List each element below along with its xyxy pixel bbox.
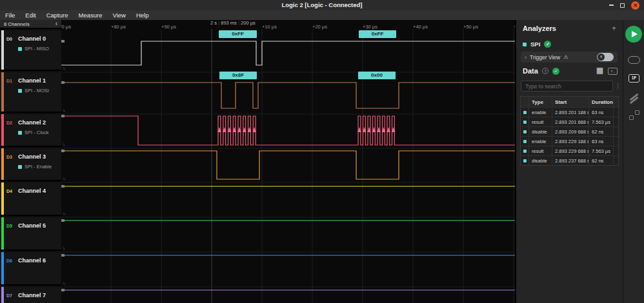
low-level-marker: L bbox=[63, 211, 65, 215]
low-level-marker: L bbox=[63, 108, 65, 112]
maximize-icon[interactable] bbox=[620, 3, 625, 8]
channel-row-1[interactable]: D1 Channel 1 SPI - MOSI bbox=[0, 72, 61, 113]
row-dot-icon bbox=[523, 121, 527, 124]
col-type[interactable]: Type bbox=[528, 97, 552, 107]
waveform-viewport[interactable]: 2 s : 893 ms : 200 µs +70 µs +80 µs +90 … bbox=[61, 20, 515, 303]
row-dot-icon bbox=[523, 150, 527, 153]
collapse-sidebar-icon[interactable]: ‹ bbox=[55, 21, 57, 27]
main-area: 8 Channels ‹ D0 Channel 0 SPI - MISO D1 … bbox=[0, 20, 644, 303]
menu-capture[interactable]: Capture bbox=[46, 12, 68, 19]
trace-start-marker bbox=[61, 289, 65, 291]
kebab-menu-icon[interactable]: ⋮ bbox=[615, 83, 621, 89]
trigger-view-row[interactable]: › Trigger View ⚠ ✕ bbox=[521, 52, 618, 63]
channel-id: D6 bbox=[6, 259, 12, 263]
table-view-icon[interactable]: ▦ bbox=[596, 66, 603, 74]
channel-role: SPI - MOSI bbox=[25, 88, 49, 93]
search-input[interactable] bbox=[521, 81, 613, 92]
device-icon[interactable] bbox=[628, 56, 640, 64]
extensions-icon[interactable] bbox=[629, 110, 639, 120]
row-dot-icon bbox=[523, 111, 527, 114]
menu-bar: File Edit Capture Measure View Help bbox=[0, 10, 644, 20]
analyzers-title: Analyzers bbox=[523, 24, 556, 32]
analyzer-ok-icon: ✓ bbox=[544, 41, 551, 48]
low-level-marker: L bbox=[63, 246, 65, 250]
table-row[interactable]: disable 2.893 209 688 s 62 ns bbox=[521, 126, 618, 136]
channel-sidebar: 8 Channels ‹ D0 Channel 0 SPI - MISO D1 … bbox=[0, 20, 61, 303]
channel-color-stripe bbox=[1, 30, 4, 70]
time-marker: 2 s : 893 ms : 200 µs bbox=[210, 20, 256, 26]
channel-name: Channel 7 bbox=[18, 292, 46, 298]
channel-name: Channel 3 bbox=[18, 153, 46, 160]
trigger-view-toggle[interactable]: ✕ bbox=[597, 53, 614, 61]
analyzers-panel: Analyzers + SPI ✓ › Trigger View ⚠ ✕ Dat… bbox=[516, 20, 623, 303]
channel-color-stripe bbox=[1, 182, 4, 215]
channel-role: SPI - Enable bbox=[25, 164, 52, 170]
waveform-ch0-miso bbox=[61, 41, 515, 65]
channel-color-stripe bbox=[1, 287, 4, 303]
channel-row-2[interactable]: D2 Channel 2 SPI - Clock bbox=[0, 114, 61, 147]
measure-icon[interactable] bbox=[629, 94, 639, 103]
channel-row-6[interactable]: D6 Channel 6 bbox=[0, 252, 61, 286]
table-row[interactable]: enable 2.893 201 188 s 63 ns bbox=[521, 107, 618, 117]
channel-name: Channel 5 bbox=[18, 222, 46, 229]
channel-row-3[interactable]: D3 Channel 3 SPI - Enable bbox=[0, 148, 61, 181]
channel-row-4[interactable]: D4 Channel 4 bbox=[0, 182, 61, 216]
table-row[interactable]: result 2.893 229 688 s 7.563 µs bbox=[521, 146, 618, 155]
analyzer-label: SPI bbox=[530, 41, 540, 48]
window-title: Logic 2 [Logic - Connected] bbox=[0, 1, 644, 8]
channel-color-stripe bbox=[1, 114, 4, 146]
menu-view[interactable]: View bbox=[112, 12, 125, 19]
menu-file[interactable]: File bbox=[5, 12, 15, 19]
row-dot-icon bbox=[523, 159, 527, 162]
title-bar: Logic 2 [Logic - Connected] ✕ bbox=[0, 0, 644, 10]
toggle-off-icon: ✕ bbox=[598, 54, 605, 61]
trace-start-marker bbox=[61, 40, 65, 43]
analyzer-dot-icon bbox=[18, 47, 22, 51]
channel-id: D2 bbox=[6, 121, 12, 125]
trace-start-marker bbox=[61, 219, 65, 222]
channel-row-7[interactable]: D7 Channel 7 bbox=[0, 287, 61, 303]
add-analyzer-icon[interactable]: + bbox=[612, 24, 616, 32]
waveform-canvas[interactable] bbox=[61, 29, 515, 303]
menu-edit[interactable]: Edit bbox=[25, 12, 35, 19]
col-start[interactable]: Start bbox=[552, 97, 589, 107]
channel-id: D0 bbox=[6, 37, 12, 41]
table-row[interactable]: disable 2.893 237 688 s 62 ns bbox=[521, 155, 618, 165]
spi-decode-bubble: 0x00 bbox=[358, 72, 396, 79]
table-row[interactable]: enable 2.893 229 188 s 63 ns bbox=[521, 136, 618, 146]
channel-row-5[interactable]: D5 Channel 5 bbox=[0, 217, 61, 251]
channel-id: D7 bbox=[6, 293, 12, 298]
warning-icon: ⚠ bbox=[563, 54, 568, 60]
capture-mode-icon[interactable]: 1F bbox=[629, 74, 639, 83]
close-icon[interactable]: ✕ bbox=[631, 1, 639, 10]
channel-role: SPI - MISO bbox=[25, 46, 49, 52]
low-level-marker: L bbox=[63, 281, 65, 285]
minimize-icon[interactable] bbox=[609, 5, 614, 6]
channel-id: D1 bbox=[6, 79, 12, 83]
channel-color-stripe bbox=[1, 148, 4, 180]
channel-id: D3 bbox=[6, 155, 12, 159]
waveform-ch1-mosi bbox=[61, 83, 515, 108]
channel-id: D5 bbox=[6, 224, 12, 228]
table-row[interactable]: result 2.893 201 688 s 7.563 µs bbox=[521, 117, 618, 126]
timeline-ruler[interactable]: 2 s : 893 ms : 200 µs +70 µs +80 µs +90 … bbox=[61, 20, 515, 29]
play-icon bbox=[632, 31, 638, 37]
channel-row-0[interactable]: D0 Channel 0 SPI - MISO bbox=[0, 30, 61, 71]
channel-name: Channel 6 bbox=[18, 257, 46, 264]
help-icon[interactable]: ? bbox=[542, 68, 548, 74]
analyzer-dot-icon bbox=[18, 165, 22, 169]
spi-decode-bubble: 0x8F bbox=[219, 72, 257, 79]
menu-measure[interactable]: Measure bbox=[79, 12, 103, 19]
menu-help[interactable]: Help bbox=[136, 12, 149, 19]
channel-name: Channel 2 bbox=[18, 119, 46, 126]
side-toolbar: 1F bbox=[623, 20, 644, 303]
channel-color-stripe bbox=[1, 72, 4, 112]
channel-name: Channel 1 bbox=[18, 77, 46, 84]
terminal-view-icon[interactable]: >_ bbox=[608, 68, 618, 75]
start-capture-button[interactable] bbox=[625, 26, 642, 43]
row-dot-icon bbox=[523, 140, 527, 143]
chevron-right-icon[interactable]: › bbox=[525, 54, 527, 61]
analyzer-item-spi[interactable]: SPI ✓ bbox=[523, 41, 551, 48]
col-duration[interactable]: Duration bbox=[589, 97, 613, 107]
data-ok-icon: ✓ bbox=[552, 68, 559, 75]
